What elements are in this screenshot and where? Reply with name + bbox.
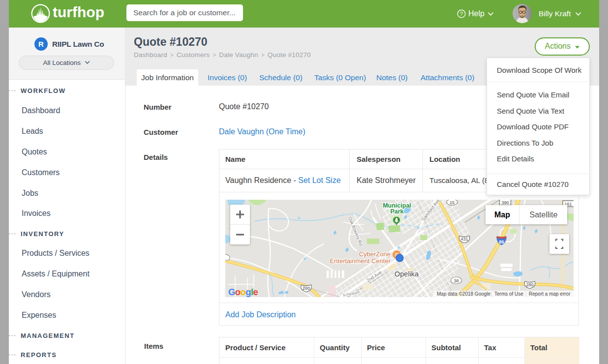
svg-text:Terms of Use: Terms of Use [494,291,523,297]
svg-text:431: 431 [460,237,468,242]
svg-text:Satellite: Satellite [530,211,558,219]
svg-text:Park: Park [390,208,403,215]
svg-text:390: 390 [501,200,509,205]
svg-text:Map data ©2018 Google: Map data ©2018 Google [437,291,491,297]
svg-text:85: 85 [499,239,504,244]
svg-text:Google: Google [228,287,258,297]
svg-text:280: 280 [526,282,533,287]
svg-text:Map: Map [494,211,510,219]
svg-text:15: 15 [450,200,455,205]
svg-text:Opelika: Opelika [395,270,419,278]
svg-text:?: ? [460,11,463,17]
svg-text:Entertainment Center: Entertainment Center [330,257,391,265]
svg-text:Report a map error: Report a map error [529,291,571,297]
svg-text:38: 38 [454,278,458,283]
svg-text:CyberZone: CyberZone [359,250,391,258]
